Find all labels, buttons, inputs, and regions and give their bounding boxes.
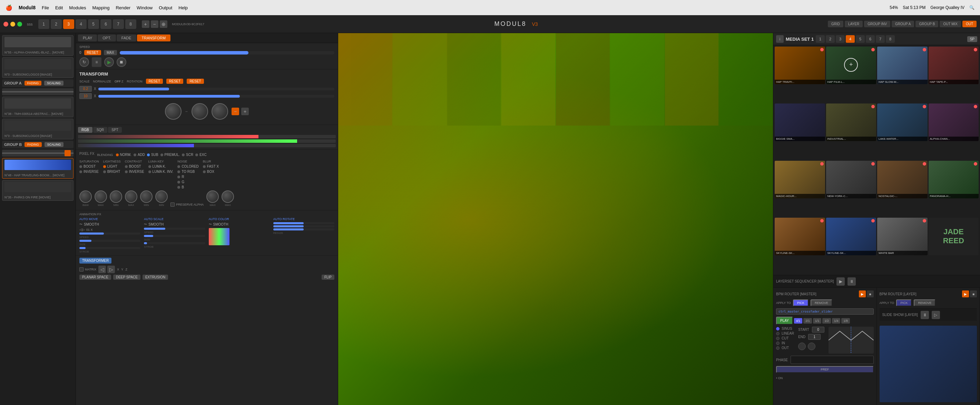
layer-remove-button[interactable]: REMOVE bbox=[914, 299, 935, 307]
r-bar[interactable] bbox=[78, 135, 336, 138]
move-speed-slider[interactable] bbox=[80, 232, 140, 235]
linear-opt[interactable]: LINEAR bbox=[776, 332, 794, 335]
flip-btn[interactable]: FLIP bbox=[321, 275, 334, 280]
menu-edit[interactable]: Edit bbox=[55, 5, 63, 10]
add-btn[interactable]: + bbox=[142, 21, 150, 28]
scale-y-input[interactable] bbox=[80, 93, 92, 99]
group-b-fading[interactable]: FADING bbox=[24, 142, 42, 147]
blend-sub[interactable]: SUB bbox=[147, 153, 158, 157]
search-icon[interactable]: 🔍 bbox=[969, 5, 974, 10]
layer-pick-button[interactable]: PICK bbox=[896, 299, 912, 307]
reset-button[interactable]: RESET bbox=[84, 50, 101, 55]
options-btn[interactable]: ⊕ bbox=[160, 21, 167, 28]
media-thumb-9[interactable]: MAGIC-HOUR... bbox=[775, 161, 825, 199]
div-18[interactable]: 1/8 bbox=[841, 318, 850, 324]
clip-slot-5[interactable]: N°48 - HAP TRAVELING-BOOM... [MOVIE] bbox=[2, 158, 73, 179]
play-tab[interactable]: PLAY bbox=[78, 35, 97, 41]
layer-tab[interactable]: LAYER bbox=[845, 21, 863, 27]
planar-space-btn[interactable]: PLANAR SPACE bbox=[80, 275, 111, 280]
matrix-check[interactable] bbox=[80, 267, 84, 272]
t-btn-1[interactable]: ◁ bbox=[99, 266, 106, 273]
cut-radio[interactable] bbox=[776, 337, 780, 340]
min-knob[interactable] bbox=[110, 191, 122, 203]
bw-knob[interactable] bbox=[80, 191, 92, 203]
group-b-scaling[interactable]: SCALING bbox=[45, 142, 64, 147]
media-thumb-15[interactable]: WHITE BAR bbox=[877, 218, 928, 255]
max4-knob[interactable] bbox=[221, 191, 234, 203]
bright-item[interactable]: BRIGHT bbox=[103, 170, 121, 173]
media-tab-7[interactable]: 7 bbox=[876, 35, 885, 43]
media-tab-1[interactable]: 1 bbox=[816, 35, 825, 43]
media-thumb-14[interactable]: SKYLINE-SK... bbox=[826, 218, 877, 255]
remove-button[interactable]: REMOVE bbox=[811, 299, 832, 307]
minus-btn[interactable]: − bbox=[232, 108, 239, 115]
fade-tab[interactable]: FADE bbox=[117, 35, 136, 41]
blend-premul[interactable]: PREMUL. bbox=[161, 153, 180, 157]
circle-btn-2[interactable] bbox=[808, 343, 815, 350]
linear-radio[interactable] bbox=[776, 332, 780, 335]
div-12[interactable]: 1/2 bbox=[822, 318, 831, 324]
layer-tab-1[interactable]: 1 bbox=[38, 19, 49, 29]
slideshow-play-btn[interactable]: ⏸ bbox=[921, 311, 929, 319]
scale-x-input[interactable] bbox=[80, 86, 92, 92]
minimize-button[interactable] bbox=[10, 22, 15, 27]
group-b-fader[interactable] bbox=[2, 150, 73, 157]
opt-tab[interactable]: OPT. bbox=[98, 35, 116, 41]
reset-btn-4[interactable]: RESET bbox=[187, 79, 204, 84]
layer-tab-4[interactable]: 4 bbox=[76, 19, 87, 29]
apple-logo-icon[interactable]: 🍎 bbox=[6, 5, 13, 11]
layer-tab-5[interactable]: 5 bbox=[88, 19, 99, 29]
reset-btn-3[interactable]: RESET bbox=[166, 79, 183, 84]
noise-r-item[interactable]: R bbox=[177, 175, 199, 179]
layer-tab-6[interactable]: 6 bbox=[100, 19, 111, 29]
menu-file[interactable]: File bbox=[42, 5, 49, 10]
move-strob-slider[interactable] bbox=[80, 247, 140, 249]
end-input[interactable] bbox=[808, 334, 821, 340]
min3-knob[interactable] bbox=[155, 191, 168, 203]
div-14[interactable]: 1/4 bbox=[832, 318, 841, 324]
div-21[interactable]: 2/1 bbox=[803, 318, 812, 324]
extrusion-btn[interactable]: EXTRUSION bbox=[143, 275, 168, 280]
luma-k-item[interactable]: LUMA K. bbox=[148, 165, 173, 168]
group-a-fader[interactable] bbox=[2, 88, 73, 95]
speed-slider[interactable] bbox=[120, 51, 334, 54]
layerset-play-btn[interactable]: ▶ bbox=[837, 277, 845, 286]
circle-btn-1[interactable] bbox=[798, 343, 806, 350]
inverse-sat[interactable]: INVERSE bbox=[80, 170, 99, 173]
t-btn-2[interactable]: ▷ bbox=[107, 266, 115, 273]
group-a-fading[interactable]: FADING bbox=[24, 81, 42, 86]
start-input[interactable] bbox=[812, 327, 824, 332]
scale-knob-x[interactable] bbox=[191, 103, 208, 120]
grid-tab[interactable]: GRID bbox=[828, 21, 843, 27]
close-button[interactable] bbox=[3, 22, 8, 27]
menu-output[interactable]: Output bbox=[159, 5, 172, 10]
rotation-knob[interactable] bbox=[165, 103, 181, 120]
media-thumb-4[interactable]: HAP TAPE-P... bbox=[929, 46, 979, 84]
transform-tab[interactable]: TRANSFORM bbox=[137, 35, 171, 41]
clip-slot-1[interactable]: N°55 - ALPHA-CHANNEL-BLAZ... [MOVIE] bbox=[2, 35, 73, 56]
noise-g-item[interactable]: G bbox=[177, 180, 199, 184]
out-tab[interactable]: OUT bbox=[963, 21, 977, 27]
in-radio[interactable] bbox=[776, 341, 780, 345]
layerset-pause-btn[interactable]: ⏸ bbox=[848, 277, 856, 286]
scale-x-slider[interactable] bbox=[99, 87, 334, 91]
boost-sat[interactable]: BOOST bbox=[80, 165, 99, 168]
media-tab-2[interactable]: 2 bbox=[826, 35, 835, 43]
max-knob[interactable] bbox=[95, 191, 107, 203]
boost-contrast[interactable]: BOOST bbox=[125, 165, 144, 168]
max-button[interactable]: MAX bbox=[104, 50, 117, 55]
layer-tab-3[interactable]: 3 bbox=[63, 19, 74, 29]
loop-btn[interactable]: ↻ bbox=[80, 57, 89, 67]
layer-tab-2[interactable]: 2 bbox=[51, 19, 62, 29]
blend-exc[interactable]: EXC bbox=[195, 153, 207, 157]
layer-stop-ctrl[interactable]: ■ bbox=[970, 291, 977, 297]
rotate-y-slider[interactable] bbox=[273, 225, 334, 227]
scale-knob-y[interactable] bbox=[212, 103, 228, 120]
stop-btn[interactable]: ⏹ bbox=[117, 57, 126, 67]
group-inv-tab[interactable]: GROUP INV bbox=[864, 21, 890, 27]
sp-badge[interactable]: SP bbox=[967, 36, 977, 42]
clip-slot-2[interactable]: N°0 - SUBSONICLOGO3 [IMAGE] bbox=[2, 57, 73, 78]
box-item[interactable]: BOX bbox=[203, 170, 219, 173]
sinus-radio[interactable] bbox=[776, 327, 780, 330]
play-main-btn[interactable]: PLAY bbox=[776, 317, 793, 325]
